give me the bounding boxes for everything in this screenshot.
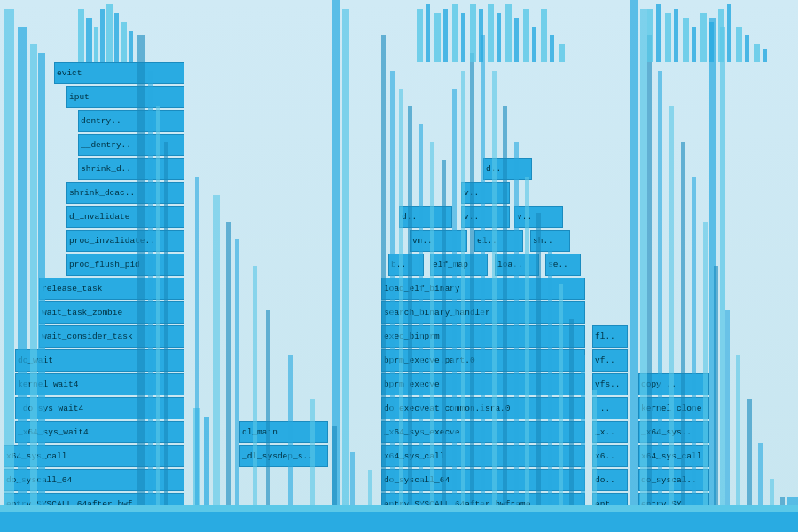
decor-bar-24 <box>559 44 565 62</box>
flame-bar-_x[interactable]: _x.. <box>592 421 628 443</box>
column-bar-3 <box>38 53 45 523</box>
small-bar-39 <box>681 142 685 514</box>
small-bar-35 <box>592 390 597 514</box>
small-bar-15 <box>381 35 386 514</box>
small-bar-29 <box>525 177 529 514</box>
decor-bar-30 <box>692 27 696 62</box>
small-bar-42 <box>714 266 718 514</box>
decor-bar-38 <box>763 49 767 62</box>
small-bar-38 <box>669 106 674 514</box>
column-bar-2 <box>30 44 37 523</box>
decor-bar-1 <box>86 18 92 62</box>
decor-bar-12 <box>452 4 458 62</box>
flame-bar-wait_consider_task[interactable]: wait_consider_task <box>39 325 184 348</box>
decor-bar-33 <box>718 9 724 62</box>
decor-bar-27 <box>665 13 671 62</box>
decor-bar-7 <box>129 31 133 62</box>
flame-bar-evict[interactable]: evict <box>54 62 184 84</box>
small-bar-21 <box>442 160 446 514</box>
decor-bar-25 <box>647 9 653 62</box>
flame-bar-elf_map[interactable]: elf_map <box>430 254 488 276</box>
flame-bar-_dentry[interactable]: __dentry.. <box>78 134 184 156</box>
small-bar-10 <box>288 355 293 514</box>
decor-bar-26 <box>656 4 661 62</box>
small-bar-32 <box>559 284 563 514</box>
bottom-bar-light <box>0 505 798 512</box>
bottom-bar <box>0 512 798 532</box>
flame-graph: evictiputdentry..__dentry..shrink_d..shr… <box>0 0 798 532</box>
flame-bar-fl[interactable]: fl.. <box>592 325 628 348</box>
small-bar-45 <box>747 399 752 514</box>
small-bar-0 <box>137 35 145 514</box>
decor-bar-35 <box>736 27 742 62</box>
decor-bar-15 <box>479 9 483 62</box>
decor-bar-13 <box>461 13 466 62</box>
decor-bar-3 <box>100 9 105 62</box>
small-bar-37 <box>658 71 662 514</box>
small-bar-23 <box>461 71 466 514</box>
decor-bar-0 <box>78 9 84 62</box>
small-bar-46 <box>758 443 763 514</box>
decor-bar-14 <box>470 4 476 62</box>
decor-bar-34 <box>727 4 732 62</box>
decor-bar-8 <box>417 9 423 62</box>
flame-bar-dentry[interactable]: dentry.. <box>78 110 184 132</box>
small-bar-26 <box>492 71 497 514</box>
small-bar-30 <box>536 213 541 514</box>
decor-bar-31 <box>700 13 707 62</box>
small-bar-34 <box>581 355 585 514</box>
flame-bar-vf[interactable]: vf.. <box>592 349 628 372</box>
decor-bar-4 <box>106 4 113 62</box>
small-bar-8 <box>253 266 257 514</box>
column-bar-8 <box>630 0 638 532</box>
decor-bar-11 <box>443 9 448 62</box>
decor-bar-21 <box>532 27 536 62</box>
small-bar-17 <box>399 89 403 514</box>
column-bar-1 <box>18 27 27 532</box>
decor-bar-29 <box>683 18 689 62</box>
small-bar-6 <box>226 222 231 514</box>
flame-bar-do_[interactable]: do.. <box>592 469 628 491</box>
small-bar-1 <box>148 71 153 514</box>
flame-bar-iput[interactable]: iput <box>66 86 184 108</box>
small-bar-25 <box>481 35 485 514</box>
decor-bar-9 <box>426 4 430 62</box>
small-bar-5 <box>213 195 220 514</box>
flame-bar-release_task[interactable]: release_task <box>39 278 184 300</box>
small-bar-12 <box>332 426 337 514</box>
decor-bar-17 <box>497 13 501 62</box>
decor-bar-37 <box>754 44 760 62</box>
small-bar-19 <box>419 124 423 514</box>
decor-bar-32 <box>709 22 714 62</box>
small-bar-9 <box>266 310 270 514</box>
flame-bar-x6[interactable]: x6.. <box>592 445 628 467</box>
small-bar-43 <box>725 310 730 514</box>
small-bar-41 <box>703 222 708 514</box>
column-bar-0 <box>4 9 14 532</box>
flame-bar-wait_task_zombie[interactable]: wait_task_zombie <box>39 301 184 324</box>
small-bar-22 <box>452 89 457 514</box>
flame-bar-vfs[interactable]: vfs.. <box>592 373 628 395</box>
column-bar-7 <box>342 9 349 523</box>
small-bar-28 <box>514 142 519 514</box>
small-bar-16 <box>390 71 395 514</box>
small-bar-4 <box>195 177 200 514</box>
small-bar-2 <box>156 106 160 514</box>
small-bar-40 <box>692 177 696 514</box>
small-bar-7 <box>235 239 239 514</box>
flame-bar-_[interactable]: _.. <box>592 397 628 419</box>
decor-bar-2 <box>94 27 98 62</box>
decor-bar-22 <box>541 9 547 62</box>
small-bar-3 <box>164 142 168 514</box>
flame-bar-shrink_d[interactable]: shrink_d.. <box>78 158 184 180</box>
decor-bar-28 <box>674 9 678 62</box>
decor-bar-18 <box>505 4 512 62</box>
small-bar-24 <box>470 53 474 514</box>
small-bar-36 <box>647 35 652 514</box>
small-bar-18 <box>408 106 412 514</box>
decor-bar-5 <box>114 13 119 62</box>
decor-bar-23 <box>550 35 554 62</box>
column-bar-9 <box>640 9 647 523</box>
small-bar-20 <box>430 142 434 514</box>
decor-bar-16 <box>488 4 494 62</box>
